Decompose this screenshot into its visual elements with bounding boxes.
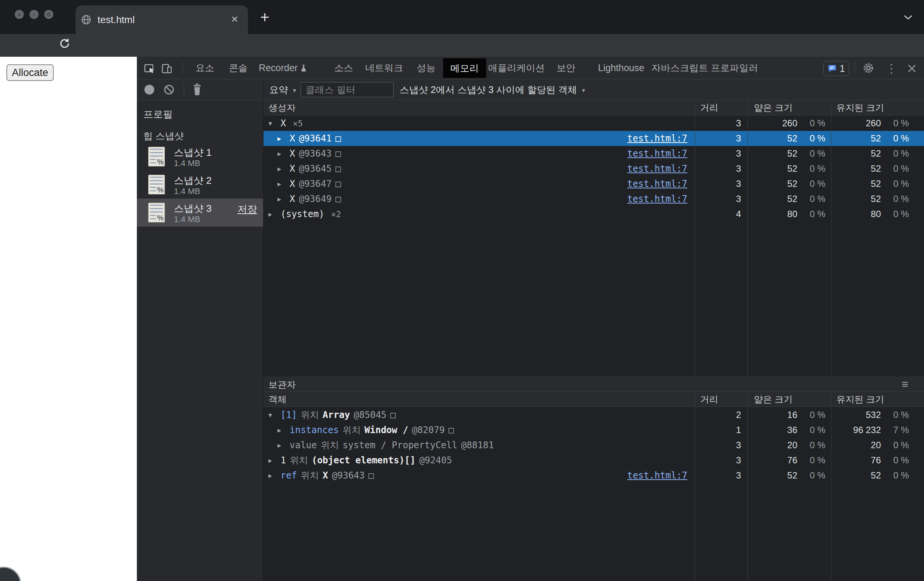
save-snapshot-link[interactable]: 저장 xyxy=(238,203,257,216)
constructor-row-system[interactable]: ▶(system)×2 4 800 % 800 % xyxy=(264,207,924,222)
pane-divider xyxy=(264,79,264,100)
clear-profiles-icon[interactable] xyxy=(163,84,175,95)
expand-icon[interactable]: ▶ xyxy=(277,165,286,172)
expand-icon[interactable]: ▶ xyxy=(277,427,286,434)
tab-sources[interactable]: 소스 xyxy=(334,57,353,79)
expand-icon[interactable]: ▶ xyxy=(277,195,286,203)
minimize-icon: − xyxy=(33,12,36,18)
tab-security[interactable]: 보안 xyxy=(556,57,576,79)
constructor-row[interactable]: ▶X@93645□test.html:7 3 520 % 520 % xyxy=(264,161,924,176)
column-object[interactable]: 객체 xyxy=(269,392,287,407)
retainer-row[interactable]: ▼[1]위치Array@85045□ 2 160 % 5320 % xyxy=(264,407,924,422)
tab-search-chevron-icon[interactable] xyxy=(904,14,912,20)
tab-lighthouse[interactable]: Lighthouse xyxy=(598,57,644,79)
allocate-button[interactable]: Allocate xyxy=(7,64,54,81)
constructor-row[interactable]: ▶X@93649□test.html:7 3 520 % 520 % xyxy=(264,191,924,207)
retainer-row[interactable]: ▶1위치(object elements)[]@92405 3 760 % 76… xyxy=(264,453,924,468)
source-link[interactable]: test.html:7 xyxy=(627,179,687,189)
devtools-close-icon[interactable] xyxy=(907,63,917,74)
expand-icon[interactable]: ▶ xyxy=(277,442,286,449)
expand-icon[interactable]: ▶ xyxy=(277,180,286,188)
source-link[interactable]: test.html:7 xyxy=(627,194,687,204)
column-shallow-size[interactable]: 얕은 크기 xyxy=(754,100,793,115)
tab-network[interactable]: 네트워크 xyxy=(365,57,403,79)
source-link[interactable]: test.html:7 xyxy=(627,148,687,159)
column-constructor[interactable]: 생성자 xyxy=(269,100,295,115)
heap-snapshots-section-label: 힙 스냅샷 xyxy=(143,130,184,142)
issues-count: 1 xyxy=(840,63,845,74)
instance-count: ×5 xyxy=(293,119,303,128)
property-name: ref xyxy=(280,470,297,481)
constructor-row-x-group[interactable]: ▼X×5 3 2600 % 2600 % xyxy=(264,116,924,131)
missing-glyph-box: □ xyxy=(335,164,341,174)
retainers-menu-icon[interactable]: ≡ xyxy=(902,377,909,392)
window-close-button[interactable]: × xyxy=(15,10,24,19)
column-retained-size[interactable]: 유지된 크기 xyxy=(836,392,884,407)
tab-performance[interactable]: 성능 xyxy=(417,57,436,79)
collapse-icon[interactable]: ▼ xyxy=(269,412,277,419)
memory-toolbar: 요약▼ 스냅샷 2에서 스냅샷 3 사이에 할당된 객체▼ xyxy=(137,79,924,100)
tab-close-icon[interactable]: × xyxy=(231,12,238,26)
new-tab-button[interactable]: + xyxy=(260,8,269,26)
expand-icon[interactable]: ▶ xyxy=(277,150,286,157)
collapse-icon[interactable]: ▼ xyxy=(269,120,277,127)
constructor-row[interactable]: ▶X@93647□test.html:7 3 520 % 520 % xyxy=(264,176,924,191)
browser-tab-strip: × − ⊘ test.html × + xyxy=(0,0,924,34)
source-link[interactable]: test.html:7 xyxy=(627,164,687,174)
instance-count: ×2 xyxy=(331,210,342,219)
snapshot-scope-select[interactable]: 스냅샷 2에서 스냅샷 3 사이에 할당된 객체▼ xyxy=(399,79,586,101)
tab-application[interactable]: 애플리케이션 xyxy=(488,57,545,79)
retainer-row[interactable]: ▶instances위치Window /@82079□ 1 360 % 96 2… xyxy=(264,422,924,438)
window-zoom-button[interactable]: ⊘ xyxy=(44,10,53,19)
source-link[interactable]: test.html:7 xyxy=(627,470,687,481)
snapshot-item-2[interactable]: 스냅샷 2 1.4 MB xyxy=(137,170,263,199)
missing-glyph-box: □ xyxy=(369,470,374,481)
devtools-menu-kebab-icon[interactable]: ⋮ xyxy=(886,61,898,76)
class-filter-input[interactable] xyxy=(301,83,393,97)
issues-button[interactable]: 1 xyxy=(823,61,849,76)
object-id: @93645 xyxy=(299,164,332,174)
reload-button[interactable] xyxy=(59,38,71,50)
tab-js-profiler[interactable]: 자바스크립트 프로파일러 xyxy=(652,57,758,79)
source-link[interactable]: test.html:7 xyxy=(627,133,687,144)
snapshot-name: 스냅샷 2 xyxy=(174,174,212,187)
record-heap-snapshot-button[interactable] xyxy=(144,85,154,94)
snapshot-item-3-selected[interactable]: 스냅샷 3 1.4 MB 저장 xyxy=(137,199,263,227)
issues-bubble-icon xyxy=(828,64,837,73)
tab-console[interactable]: 콘솔 xyxy=(229,57,248,79)
column-distance[interactable]: 거리 xyxy=(700,100,718,115)
expand-icon[interactable]: ▶ xyxy=(277,135,286,142)
retainer-row[interactable]: ▶value위치system / PropertyCell@88181 3 20… xyxy=(264,438,924,453)
device-toolbar-icon[interactable] xyxy=(161,63,172,74)
object-id: @92405 xyxy=(419,455,452,466)
devtools-tabbar: 요소 콘솔 Recorder 소스 네트워크 성능 메모리 애플리케이션 보안 … xyxy=(137,57,924,79)
tab-elements[interactable]: 요소 xyxy=(195,57,214,79)
snapshot-item-1[interactable]: 스냅샷 1 1.4 MB xyxy=(137,142,263,170)
tab-recorder[interactable]: Recorder xyxy=(259,57,298,79)
missing-glyph-box: □ xyxy=(335,194,341,204)
retainers-section-bar[interactable]: 보관자 ≡ xyxy=(264,377,924,392)
column-distance[interactable]: 거리 xyxy=(700,392,718,407)
constructor-header-row[interactable]: 생성자 거리 얕은 크기 유지된 크기 xyxy=(264,100,924,115)
zoom-disabled-icon: ⊘ xyxy=(46,11,51,18)
inspect-element-icon[interactable] xyxy=(144,63,155,74)
expand-icon[interactable]: ▶ xyxy=(269,457,277,464)
object-name: (object elements)[] xyxy=(312,455,416,466)
column-retained-size[interactable]: 유지된 크기 xyxy=(836,100,884,115)
expand-icon[interactable]: ▶ xyxy=(269,211,277,218)
trash-icon[interactable] xyxy=(192,83,202,96)
constructor-row-selected[interactable]: ▶X@93641□test.html:7 3 520 % 520 % xyxy=(264,131,924,146)
column-shallow-size[interactable]: 얕은 크기 xyxy=(754,392,793,407)
expand-icon[interactable]: ▶ xyxy=(269,472,277,479)
object-id: @88181 xyxy=(461,440,494,450)
constructor-row[interactable]: ▶X@93643□test.html:7 3 520 % 520 % xyxy=(264,146,924,161)
retainer-row[interactable]: ▶ref위치X@93643□test.html:7 3 520 % 520 % xyxy=(264,468,924,483)
perspective-select[interactable]: 요약▼ xyxy=(269,79,297,101)
settings-gear-icon[interactable] xyxy=(863,63,874,74)
retainers-header-row[interactable]: 객체 거리 얕은 크기 유지된 크기 xyxy=(264,392,924,407)
browser-tab[interactable]: test.html × xyxy=(76,5,248,34)
tab-memory-selected[interactable]: 메모리 xyxy=(443,58,486,78)
window-minimize-button[interactable]: − xyxy=(30,10,38,19)
snapshot-size: 1.4 MB xyxy=(174,187,200,196)
grid-line xyxy=(695,100,695,377)
